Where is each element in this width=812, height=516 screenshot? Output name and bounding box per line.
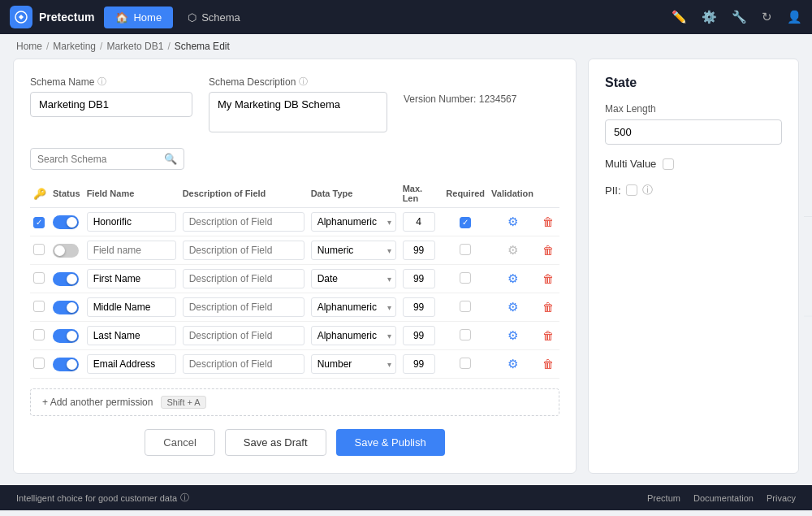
- desc-input-5[interactable]: [183, 354, 304, 374]
- delete-icon-1[interactable]: 🗑: [540, 244, 556, 257]
- max-len-input-3[interactable]: [403, 297, 435, 317]
- schema-name-field: Schema Name ⓘ: [30, 76, 192, 117]
- delete-icon-3[interactable]: 🗑: [540, 301, 556, 314]
- row-checkbox-0[interactable]: ✓: [33, 217, 45, 228]
- table-row: AlphanumericNumericDateNumberBooleanText…: [30, 293, 559, 322]
- key-icon: 🔑: [33, 188, 46, 200]
- required-checkbox-1[interactable]: [460, 244, 471, 255]
- save-draft-button[interactable]: Save as Draft: [225, 429, 326, 456]
- desc-input-2[interactable]: [183, 269, 304, 288]
- row-toggle-1[interactable]: [53, 244, 79, 258]
- refresh-icon[interactable]: ↻: [762, 10, 772, 24]
- footer-link-privacy[interactable]: Privacy: [767, 493, 796, 503]
- required-checkbox-3[interactable]: [460, 301, 471, 312]
- field-name-input-3[interactable]: [87, 297, 176, 317]
- row-toggle-0[interactable]: [53, 215, 79, 229]
- multi-value-checkbox[interactable]: [663, 158, 674, 170]
- pii-help-icon[interactable]: ⓘ: [642, 183, 653, 197]
- row-checkbox-1[interactable]: [33, 244, 45, 255]
- data-type-select-3[interactable]: AlphanumericNumericDateNumberBooleanText: [311, 297, 396, 317]
- table-row: AlphanumericNumericDateNumberBooleanText…: [30, 236, 559, 265]
- gear-icon[interactable]: ⚙️: [702, 10, 717, 24]
- required-checkbox-5[interactable]: [460, 358, 471, 369]
- max-len-input-2[interactable]: [403, 269, 435, 288]
- row-checkbox-3[interactable]: [33, 301, 45, 312]
- logo[interactable]: Pretectum: [10, 6, 94, 28]
- row-checkbox-4[interactable]: [33, 329, 45, 340]
- documentation-tab[interactable]: ‹ Documentation: [804, 215, 812, 317]
- pencil-icon[interactable]: ✏️: [672, 10, 687, 24]
- shortcut-badge: Shift + A: [161, 396, 205, 409]
- breadcrumb-home[interactable]: Home: [16, 41, 42, 52]
- max-len-input-4[interactable]: [403, 326, 435, 345]
- multi-value-row: Multi Value: [605, 158, 782, 170]
- row-toggle-2[interactable]: [53, 272, 79, 286]
- desc-input-1[interactable]: [183, 241, 304, 260]
- row-checkbox-2[interactable]: [33, 272, 45, 284]
- pii-checkbox[interactable]: [626, 184, 637, 196]
- data-type-select-5[interactable]: AlphanumericNumericDateNumberBooleanText: [311, 354, 396, 374]
- field-name-input-2[interactable]: [87, 269, 176, 288]
- footer-help-icon[interactable]: ⓘ: [180, 492, 189, 504]
- field-name-input-0[interactable]: [87, 212, 176, 232]
- validation-icon-4[interactable]: ⚙: [491, 328, 533, 343]
- row-checkbox-5[interactable]: [33, 358, 45, 369]
- nav-tab-home[interactable]: 🏠 Home: [104, 7, 173, 28]
- breadcrumb-marketing[interactable]: Marketing: [53, 41, 96, 52]
- required-checkbox-0[interactable]: ✓: [460, 217, 471, 228]
- save-publish-button[interactable]: Save & Publish: [336, 429, 445, 456]
- name-help-icon[interactable]: ⓘ: [97, 76, 106, 88]
- footer-link-pretectum[interactable]: Prectum: [647, 493, 680, 503]
- data-type-select-1[interactable]: AlphanumericNumericDateNumberBooleanText: [311, 241, 396, 260]
- schema-desc-field: Schema Description ⓘ My Marketing DB Sch…: [209, 76, 387, 135]
- schema-desc-textarea[interactable]: My Marketing DB Schema: [209, 92, 387, 132]
- desc-input-4[interactable]: [183, 326, 304, 345]
- col-header-desc: Description of Field: [179, 180, 308, 208]
- row-toggle-4[interactable]: [53, 329, 79, 343]
- data-type-select-0[interactable]: AlphanumericNumericDateNumberBooleanText: [311, 212, 396, 232]
- max-length-input[interactable]: [605, 119, 782, 145]
- search-bar[interactable]: 🔍: [30, 148, 184, 170]
- desc-input-3[interactable]: [183, 297, 304, 317]
- col-header-required: Required: [443, 180, 488, 208]
- wrench-icon[interactable]: 🔧: [732, 10, 747, 24]
- validation-icon-0[interactable]: ⚙: [491, 215, 533, 229]
- nav-tab-schema[interactable]: ⬡ Schema: [176, 7, 252, 28]
- data-type-select-2[interactable]: AlphanumericNumericDateNumberBooleanText: [311, 269, 396, 288]
- max-len-input-1[interactable]: [403, 241, 435, 260]
- delete-icon-0[interactable]: 🗑: [540, 215, 556, 228]
- pii-label: PII:: [605, 184, 621, 197]
- footer-link-documentation[interactable]: Documentation: [693, 493, 754, 503]
- validation-icon-3[interactable]: ⚙: [491, 300, 533, 314]
- schema-icon: ⬡: [188, 11, 197, 24]
- state-title: State: [605, 76, 782, 90]
- col-header-validation: Validation: [488, 180, 537, 208]
- breadcrumb: Home / Marketing / Marketo DB1 / Schema …: [0, 34, 812, 59]
- cancel-button[interactable]: Cancel: [145, 429, 214, 456]
- delete-icon-2[interactable]: 🗑: [540, 272, 556, 285]
- desc-input-0[interactable]: [183, 212, 304, 232]
- max-len-input-5[interactable]: [403, 354, 435, 374]
- field-name-input-1[interactable]: [87, 241, 176, 260]
- data-type-select-4[interactable]: AlphanumericNumericDateNumberBooleanText: [311, 326, 396, 345]
- validation-icon-1[interactable]: ⚙: [491, 243, 533, 258]
- col-header-maxlen: Max. Len: [400, 180, 443, 208]
- user-icon[interactable]: 👤: [787, 10, 802, 24]
- validation-icon-5[interactable]: ⚙: [491, 357, 533, 371]
- validation-icon-2[interactable]: ⚙: [491, 271, 533, 286]
- desc-help-icon[interactable]: ⓘ: [299, 76, 308, 88]
- schema-label: Schema: [201, 11, 240, 24]
- row-toggle-5[interactable]: [53, 358, 79, 371]
- add-permission-row[interactable]: + Add another permission Shift + A: [30, 388, 559, 416]
- delete-icon-5[interactable]: 🗑: [540, 358, 556, 371]
- max-len-input-0[interactable]: [403, 212, 435, 232]
- search-input[interactable]: [37, 154, 159, 165]
- field-name-input-5[interactable]: [87, 354, 176, 374]
- required-checkbox-4[interactable]: [460, 329, 471, 340]
- delete-icon-4[interactable]: 🗑: [540, 329, 556, 342]
- field-name-input-4[interactable]: [87, 326, 176, 345]
- schema-name-input[interactable]: [30, 92, 192, 117]
- breadcrumb-marketo[interactable]: Marketo DB1: [106, 41, 163, 52]
- row-toggle-3[interactable]: [53, 301, 79, 314]
- required-checkbox-2[interactable]: [460, 272, 471, 284]
